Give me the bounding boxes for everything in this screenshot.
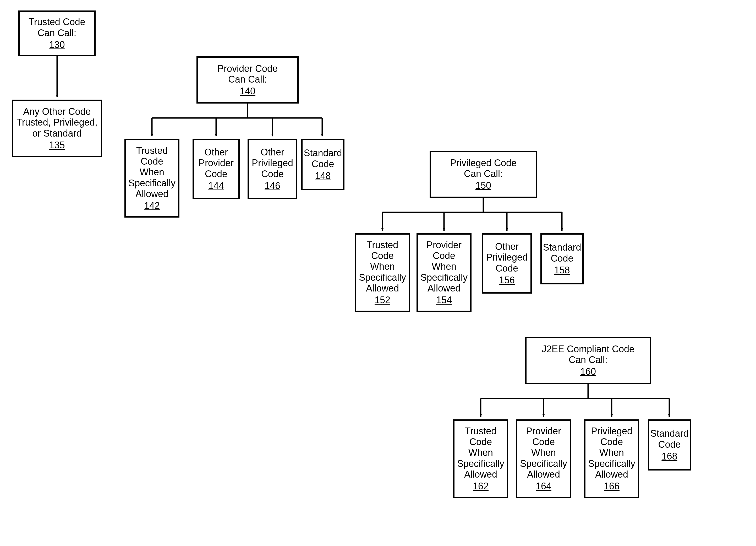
node-j2ee-c4-label: Standard Code — [650, 428, 688, 450]
node-privileged-c3-ref: 156 — [499, 275, 515, 286]
node-provider-c4-label: Standard Code — [304, 147, 342, 169]
node-privileged-c4: Standard Code 158 — [540, 233, 584, 285]
node-j2ee-c3-label: Privileged Code When Specifically Allowe… — [588, 426, 636, 480]
node-privileged-c2-ref: 154 — [436, 295, 452, 306]
node-privileged-c3-label: Other Privileged Code — [486, 241, 528, 274]
node-privileged: Privileged Code Can Call: 150 — [430, 151, 537, 198]
node-provider-c3-ref: 146 — [265, 180, 280, 191]
node-provider-c1-ref: 142 — [144, 200, 160, 211]
node-provider-c3: Other Privileged Code 146 — [248, 139, 297, 199]
node-provider-c4: Standard Code 148 — [301, 139, 344, 190]
node-j2ee-c1: Trusted Code When Specifically Allowed 1… — [453, 419, 508, 498]
node-provider-ref: 140 — [240, 86, 255, 97]
node-j2ee-c2: Provider Code When Specifically Allowed … — [516, 419, 571, 498]
node-j2ee-c1-label: Trusted Code When Specifically Allowed — [457, 426, 505, 480]
node-j2ee-c2-label: Provider Code When Specifically Allowed — [519, 426, 568, 480]
node-trusted-child-ref: 135 — [49, 140, 65, 151]
node-j2ee-c2-ref: 164 — [536, 481, 551, 492]
node-j2ee-c4: Standard Code 168 — [648, 419, 691, 471]
node-privileged-c2-label: Provider Code When Specifically Allowed — [420, 239, 468, 294]
node-trusted-child: Any Other Code Trusted, Privileged, or S… — [12, 100, 102, 157]
node-privileged-c1-label: Trusted Code When Specifically Allowed — [358, 239, 407, 294]
node-provider-c2-label: Other Provider Code — [199, 147, 234, 179]
node-privileged-c1-ref: 152 — [375, 295, 390, 306]
node-privileged-c1: Trusted Code When Specifically Allowed 1… — [355, 233, 410, 312]
node-privileged-c3: Other Privileged Code 156 — [482, 233, 532, 294]
node-trusted: Trusted Code Can Call: 130 — [18, 10, 96, 56]
node-trusted-child-label: Any Other Code Trusted, Privileged, or S… — [17, 106, 97, 139]
node-provider-c2: Other Provider Code 144 — [193, 139, 240, 199]
node-provider-c1-label: Trusted Code When Specifically Allowed — [128, 145, 176, 199]
node-j2ee: J2EE Compliant Code Can Call: 160 — [525, 337, 651, 384]
node-j2ee-c3-ref: 166 — [604, 481, 620, 492]
node-provider-c1: Trusted Code When Specifically Allowed 1… — [124, 139, 179, 217]
node-provider-c4-ref: 148 — [315, 170, 331, 181]
node-j2ee-ref: 160 — [580, 366, 596, 377]
node-j2ee-label: J2EE Compliant Code Can Call: — [542, 344, 634, 366]
node-provider-label: Provider Code Can Call: — [217, 63, 278, 85]
node-j2ee-c4-ref: 168 — [661, 451, 677, 462]
node-trusted-ref: 130 — [49, 39, 65, 50]
node-j2ee-c3: Privileged Code When Specifically Allowe… — [584, 419, 639, 498]
node-j2ee-c1-ref: 162 — [473, 481, 489, 492]
node-privileged-label: Privileged Code Can Call: — [450, 157, 517, 179]
node-trusted-label: Trusted Code Can Call: — [29, 17, 85, 38]
node-provider: Provider Code Can Call: 140 — [196, 56, 299, 103]
node-privileged-c4-label: Standard Code — [543, 242, 581, 264]
node-provider-c3-label: Other Privileged Code — [252, 147, 293, 179]
node-privileged-c2: Provider Code When Specifically Allowed … — [417, 233, 472, 312]
node-provider-c2-ref: 144 — [208, 180, 224, 191]
node-privileged-ref: 150 — [475, 180, 491, 191]
node-privileged-c4-ref: 158 — [554, 265, 570, 276]
